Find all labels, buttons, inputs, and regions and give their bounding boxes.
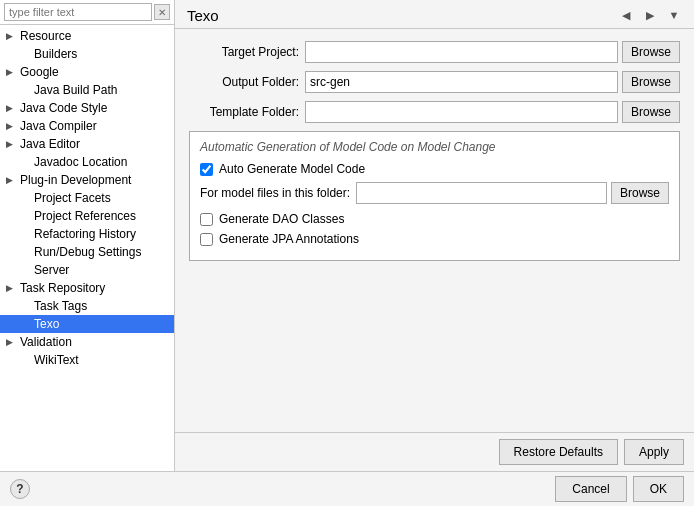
output-folder-input[interactable]	[305, 71, 618, 93]
sidebar-item-label: Google	[20, 65, 59, 79]
generate-dao-row: Generate DAO Classes	[200, 212, 669, 226]
filter-input[interactable]	[4, 3, 152, 21]
sidebar-item-label: Server	[34, 263, 69, 277]
template-folder-input[interactable]	[305, 101, 618, 123]
sidebar-item-label: Builders	[34, 47, 77, 61]
target-project-browse-button[interactable]: Browse	[622, 41, 680, 63]
model-folder-input[interactable]	[356, 182, 607, 204]
sidebar-item-validation[interactable]: ▶ Validation	[0, 333, 174, 351]
content-body: Target Project: Browse Output Folder: Br…	[175, 29, 694, 432]
nav-forward-button[interactable]: ▶	[640, 6, 660, 24]
sidebar-item-refactoring-history[interactable]: Refactoring History	[0, 225, 174, 243]
sidebar-item-resource[interactable]: ▶ Resource	[0, 27, 174, 45]
sidebar-item-texo[interactable]: Texo	[0, 315, 174, 333]
sidebar-item-javadoc-location[interactable]: Javadoc Location	[0, 153, 174, 171]
sidebar: ✕ ▶ Resource Builders ▶ Google Java Buil…	[0, 0, 175, 471]
sidebar-item-label: Javadoc Location	[34, 155, 127, 169]
sidebar-item-label: Run/Debug Settings	[34, 245, 141, 259]
expand-icon: ▶	[6, 139, 18, 149]
model-folder-browse-button[interactable]: Browse	[611, 182, 669, 204]
generate-jpa-checkbox[interactable]	[200, 233, 213, 246]
nav-back-button[interactable]: ◀	[616, 6, 636, 24]
bottom-action-bar: Restore Defaults Apply	[175, 432, 694, 471]
ok-button[interactable]: OK	[633, 476, 684, 502]
sidebar-item-label: Task Repository	[20, 281, 105, 295]
model-folder-row: For model files in this folder: Browse	[200, 182, 669, 204]
auto-generate-checkbox[interactable]	[200, 163, 213, 176]
expand-icon: ▶	[6, 175, 18, 185]
expand-icon: ▶	[6, 337, 18, 347]
filter-bar: ✕	[0, 0, 174, 25]
sidebar-item-label: Project References	[34, 209, 136, 223]
generate-jpa-label[interactable]: Generate JPA Annotations	[219, 232, 359, 246]
model-folder-label: For model files in this folder:	[200, 186, 350, 200]
sidebar-item-wikitext[interactable]: WikiText	[0, 351, 174, 369]
sidebar-item-label: Validation	[20, 335, 72, 349]
target-project-input[interactable]	[305, 41, 618, 63]
sidebar-item-java-code-style[interactable]: ▶ Java Code Style	[0, 99, 174, 117]
target-project-row: Target Project: Browse	[189, 41, 680, 63]
header-nav: ◀ ▶ ▼	[616, 6, 684, 24]
expand-icon: ▶	[6, 121, 18, 131]
sidebar-item-project-facets[interactable]: Project Facets	[0, 189, 174, 207]
expand-icon: ▶	[6, 283, 18, 293]
content-header: Texo ◀ ▶ ▼	[175, 0, 694, 29]
auto-gen-title: Automatic Generation of Model Code on Mo…	[200, 140, 669, 154]
footer-bar: ? Cancel OK	[0, 471, 694, 506]
output-folder-label: Output Folder:	[189, 75, 299, 89]
restore-defaults-button[interactable]: Restore Defaults	[499, 439, 618, 465]
output-folder-browse-button[interactable]: Browse	[622, 71, 680, 93]
sidebar-item-server[interactable]: Server	[0, 261, 174, 279]
help-button[interactable]: ?	[10, 479, 30, 499]
sidebar-item-label: Task Tags	[34, 299, 87, 313]
sidebar-item-label: Resource	[20, 29, 71, 43]
sidebar-item-java-editor[interactable]: ▶ Java Editor	[0, 135, 174, 153]
expand-icon: ▶	[6, 31, 18, 41]
sidebar-item-builders[interactable]: Builders	[0, 45, 174, 63]
footer-actions: Cancel OK	[555, 476, 684, 502]
generate-jpa-row: Generate JPA Annotations	[200, 232, 669, 246]
template-folder-row: Template Folder: Browse	[189, 101, 680, 123]
auto-generate-row: Auto Generate Model Code	[200, 162, 669, 176]
sidebar-item-run-debug-settings[interactable]: Run/Debug Settings	[0, 243, 174, 261]
sidebar-item-task-tags[interactable]: Task Tags	[0, 297, 174, 315]
output-folder-row: Output Folder: Browse	[189, 71, 680, 93]
template-folder-browse-button[interactable]: Browse	[622, 101, 680, 123]
sidebar-item-google[interactable]: ▶ Google	[0, 63, 174, 81]
sidebar-item-label: WikiText	[34, 353, 79, 367]
sidebar-item-label: Java Editor	[20, 137, 80, 151]
expand-icon: ▶	[6, 103, 18, 113]
sidebar-item-label: Texo	[34, 317, 59, 331]
sidebar-item-java-compiler[interactable]: ▶ Java Compiler	[0, 117, 174, 135]
sidebar-item-label: Refactoring History	[34, 227, 136, 241]
template-folder-label: Template Folder:	[189, 105, 299, 119]
sidebar-item-label: Project Facets	[34, 191, 111, 205]
sidebar-item-label: Plug-in Development	[20, 173, 131, 187]
expand-icon: ▶	[6, 67, 18, 77]
sidebar-item-label: Java Code Style	[20, 101, 107, 115]
generate-dao-label[interactable]: Generate DAO Classes	[219, 212, 344, 226]
auto-generate-label[interactable]: Auto Generate Model Code	[219, 162, 365, 176]
sidebar-item-plugin-development[interactable]: ▶ Plug-in Development	[0, 171, 174, 189]
nav-menu-button[interactable]: ▼	[664, 6, 684, 24]
apply-button[interactable]: Apply	[624, 439, 684, 465]
cancel-button[interactable]: Cancel	[555, 476, 626, 502]
generate-dao-checkbox[interactable]	[200, 213, 213, 226]
auto-gen-section: Automatic Generation of Model Code on Mo…	[189, 131, 680, 261]
target-project-label: Target Project:	[189, 45, 299, 59]
sidebar-item-java-build-path[interactable]: Java Build Path	[0, 81, 174, 99]
sidebar-item-task-repository[interactable]: ▶ Task Repository	[0, 279, 174, 297]
sidebar-item-label: Java Compiler	[20, 119, 97, 133]
sidebar-item-project-references[interactable]: Project References	[0, 207, 174, 225]
filter-clear-button[interactable]: ✕	[154, 4, 170, 20]
sidebar-list: ▶ Resource Builders ▶ Google Java Build …	[0, 25, 174, 471]
sidebar-item-label: Java Build Path	[34, 83, 117, 97]
page-title: Texo	[187, 7, 219, 24]
content-area: Texo ◀ ▶ ▼ Target Project: Browse Output…	[175, 0, 694, 471]
